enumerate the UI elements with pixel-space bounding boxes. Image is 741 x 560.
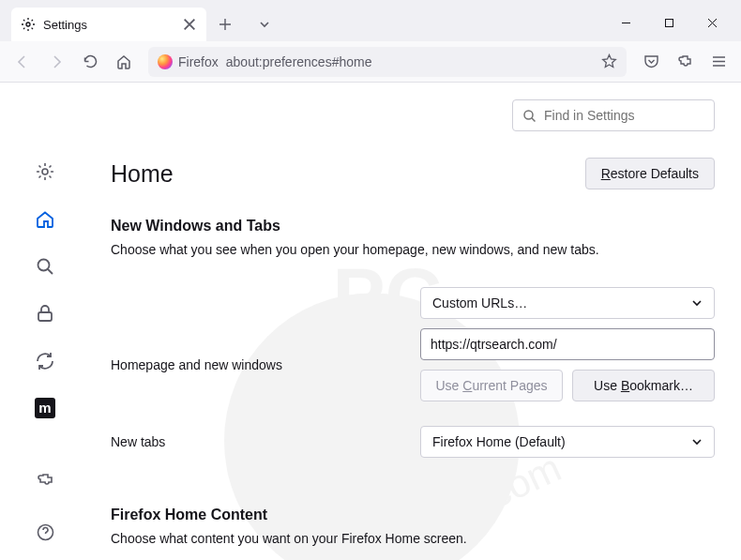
window-maximize-button[interactable] xyxy=(647,8,690,38)
homepage-url-input[interactable] xyxy=(420,328,715,360)
firefox-icon xyxy=(158,54,173,69)
svg-point-9 xyxy=(524,111,533,119)
new-tabs-select[interactable]: Firefox Home (Default) xyxy=(420,426,715,458)
new-tabs-label: New tabs xyxy=(111,434,420,449)
homepage-mode-select[interactable]: Custom URLs… xyxy=(420,287,715,319)
section-new-windows-caption: Choose what you see when you open your h… xyxy=(111,242,715,257)
homepage-label: Homepage and new windows xyxy=(111,357,420,372)
sidebar-sync[interactable] xyxy=(34,351,56,371)
settings-search[interactable]: Find in Settings xyxy=(512,99,715,131)
app-menu-button[interactable] xyxy=(703,47,733,77)
chevron-down-icon xyxy=(691,297,703,309)
new-tabs-value: Firefox Home (Default) xyxy=(432,434,566,449)
svg-point-6 xyxy=(38,260,50,271)
svg-rect-7 xyxy=(38,312,52,321)
url-bar[interactable]: Firefox about:preferences#home xyxy=(148,47,627,77)
window-close-button[interactable] xyxy=(690,8,733,38)
identity-box[interactable]: Firefox xyxy=(158,54,219,69)
pocket-button[interactable] xyxy=(636,47,666,77)
sidebar-home[interactable] xyxy=(34,208,56,229)
sidebar-extensions[interactable] xyxy=(34,471,56,492)
gear-icon xyxy=(21,17,36,32)
tab-title: Settings xyxy=(43,18,174,32)
new-tab-button[interactable] xyxy=(212,11,238,38)
sidebar-search[interactable] xyxy=(34,256,56,277)
extensions-button[interactable] xyxy=(670,47,700,77)
section-home-content-caption: Choose what content you want on your Fir… xyxy=(111,531,715,546)
close-tab-button[interactable] xyxy=(182,17,197,32)
homepage-mode-value: Custom URLs… xyxy=(432,295,527,310)
search-placeholder: Find in Settings xyxy=(544,108,635,123)
bookmark-star-button[interactable] xyxy=(601,53,617,69)
home-button[interactable] xyxy=(109,47,139,77)
chevron-down-icon xyxy=(691,436,703,447)
section-home-content-title: Firefox Home Content xyxy=(111,507,715,523)
svg-rect-1 xyxy=(665,19,673,26)
use-bookmark-button[interactable]: Use Bookmark… xyxy=(572,370,715,401)
forward-button[interactable] xyxy=(41,47,71,77)
sidebar-more-from-mozilla[interactable]: m xyxy=(35,398,55,418)
section-new-windows-title: New Windows and Tabs xyxy=(111,218,715,235)
url-text: about:preferences#home xyxy=(226,54,594,69)
use-current-pages-button[interactable]: Use Current Pages xyxy=(420,370,563,401)
sidebar-privacy[interactable] xyxy=(34,303,56,324)
browser-tab[interactable]: Settings xyxy=(11,8,206,41)
sidebar-general[interactable] xyxy=(34,161,56,182)
page-title: Home xyxy=(111,160,174,188)
svg-point-5 xyxy=(42,169,48,174)
svg-point-0 xyxy=(26,23,30,26)
sidebar-help[interactable] xyxy=(34,522,56,543)
tab-list-dropdown[interactable] xyxy=(251,11,278,38)
identity-label: Firefox xyxy=(178,54,219,69)
window-minimize-button[interactable] xyxy=(604,8,647,38)
search-icon xyxy=(522,109,537,123)
reload-button[interactable] xyxy=(75,47,105,77)
back-button[interactable] xyxy=(8,47,38,77)
restore-defaults-button[interactable]: Restore Defaults xyxy=(585,158,715,189)
